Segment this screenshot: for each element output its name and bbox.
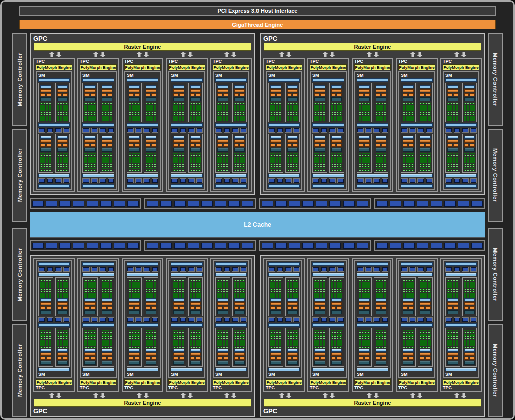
core-cell <box>102 335 104 337</box>
crossbar-segment <box>403 201 415 207</box>
instruction-cache-bar <box>357 184 388 188</box>
core-grid <box>376 280 387 298</box>
dispatch-unit <box>270 93 275 96</box>
core-cell <box>154 117 156 119</box>
core-cell <box>60 112 62 113</box>
core-cell <box>290 112 292 113</box>
core-cell <box>107 291 110 292</box>
core-cell <box>456 283 458 285</box>
core-cell <box>425 347 428 348</box>
core-cell <box>362 103 364 104</box>
core-cell <box>367 166 370 167</box>
core-cell <box>381 114 384 115</box>
core-cell <box>176 114 179 115</box>
core-cell <box>359 287 361 289</box>
sm-partition <box>127 277 142 316</box>
warp-scheduler-bar <box>447 140 458 143</box>
core-cell <box>359 341 361 343</box>
core-cell <box>46 157 48 158</box>
core-cell <box>154 103 156 104</box>
core-cell <box>317 338 320 339</box>
dispatch-unit <box>146 93 151 96</box>
core-cell <box>110 335 112 337</box>
core-cell <box>290 334 292 335</box>
core-cell <box>146 345 148 347</box>
sm-partition <box>215 328 230 367</box>
instruction-buffer-bar <box>420 136 431 139</box>
core-cell <box>134 166 137 167</box>
core-cell <box>470 341 472 343</box>
core-cell <box>198 287 201 289</box>
sm-partition <box>329 134 345 173</box>
core-cell <box>472 285 475 287</box>
core-cell <box>367 112 370 113</box>
tpc-label: TPC <box>80 59 117 64</box>
core-cell <box>411 157 414 158</box>
core-cell <box>88 291 90 292</box>
core-cell <box>295 155 298 156</box>
core-cell <box>196 108 198 110</box>
warp-scheduler-bar <box>129 89 140 92</box>
sm-partition <box>268 83 283 122</box>
core-cell <box>428 296 431 298</box>
core-cell <box>453 116 455 117</box>
core-cell <box>270 291 273 292</box>
core-cell <box>151 119 154 121</box>
core-cell <box>137 338 140 339</box>
dispatch-unit <box>240 93 245 96</box>
dispatch-unit <box>365 306 370 309</box>
core-cell <box>287 166 290 167</box>
core-cell <box>40 341 43 343</box>
core-cell <box>428 289 431 290</box>
core-cell <box>406 289 408 290</box>
core-cell <box>154 112 156 113</box>
warp-scheduler-bar <box>270 140 281 143</box>
core-cell <box>217 285 220 287</box>
core-cell <box>134 106 137 108</box>
texture-unit-segment <box>127 178 134 183</box>
core-cell <box>408 168 411 170</box>
polymorph-engine-bar: PolyMorph Engine <box>443 64 479 70</box>
core-cell <box>384 343 386 345</box>
core-cell <box>359 347 361 348</box>
core-cell <box>148 341 151 343</box>
core-cell <box>148 296 151 298</box>
core-cell <box>339 162 342 164</box>
gpc-label: GPC <box>263 34 482 43</box>
register-file-bar <box>57 97 68 101</box>
core-cell <box>314 293 317 294</box>
core-cell <box>65 338 68 339</box>
core-cell <box>46 338 48 339</box>
polymorph-engine-bar: PolyMorph Engine <box>354 64 391 70</box>
core-cell <box>378 155 381 156</box>
core-cell <box>273 119 276 121</box>
core-cell <box>276 103 278 104</box>
core-cell <box>323 283 325 285</box>
dispatch-unit <box>240 357 245 360</box>
core-cell <box>279 293 281 294</box>
core-cell <box>182 287 184 289</box>
core-cell <box>450 116 453 117</box>
core-cell <box>93 160 96 162</box>
dispatch-unit <box>107 144 112 147</box>
core-cell <box>339 117 342 119</box>
core-cell <box>190 114 193 115</box>
core-cell <box>154 116 156 117</box>
texture-unit-segment <box>232 317 239 322</box>
core-cell <box>381 338 384 339</box>
core-cell <box>337 289 339 290</box>
core-cell <box>425 293 428 294</box>
core-cell <box>425 106 428 108</box>
core-cell <box>323 343 325 345</box>
core-cell <box>63 285 65 287</box>
register-file-bar <box>102 361 113 365</box>
core-cell <box>151 291 154 292</box>
core-cell <box>359 332 361 333</box>
dispatch-unit <box>464 144 469 147</box>
core-cell <box>293 341 295 343</box>
core-cell <box>134 119 137 121</box>
core-cell <box>132 110 134 112</box>
core-cell <box>384 114 386 115</box>
core-cell <box>378 117 381 119</box>
warp-scheduler-bar <box>376 140 387 143</box>
